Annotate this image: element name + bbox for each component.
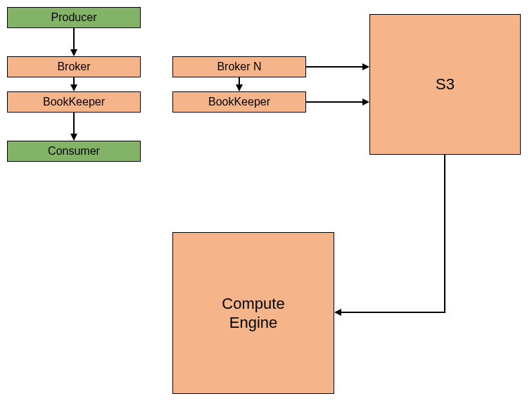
broker-box: Broker	[7, 56, 141, 77]
bookkeeper-box-1: BookKeeper	[7, 91, 141, 113]
bookkeeper-label-1: BookKeeper	[43, 95, 105, 109]
architecture-diagram: Producer Broker Broker N BookKeeper Book…	[0, 0, 532, 408]
arrowhead-bookkeeper-consumer	[70, 134, 77, 141]
arrowhead-s3-compute	[334, 309, 341, 316]
arrow-s3-compute-v	[444, 155, 445, 313]
arrow-bookkeeper-consumer	[73, 113, 75, 134]
producer-box: Producer	[7, 7, 141, 28]
bookkeeper-box-2: BookKeeper	[172, 91, 306, 113]
consumer-box: Consumer	[7, 141, 141, 162]
broker-n-label: Broker N	[217, 60, 261, 74]
bookkeeper-label-2: BookKeeper	[208, 95, 270, 109]
compute-engine-label: Compute Engine	[222, 294, 284, 333]
arrowhead-broker-bookkeeper	[70, 84, 77, 91]
arrow-brokerN-s3	[306, 66, 362, 68]
arrowhead-bookkeeper2-s3	[362, 98, 369, 106]
consumer-label: Consumer	[48, 144, 100, 158]
s3-label: S3	[436, 75, 455, 94]
arrowhead-producer-broker	[70, 49, 77, 56]
s3-box: S3	[369, 14, 521, 155]
compute-engine-box: Compute Engine	[172, 232, 334, 394]
broker-label: Broker	[57, 60, 90, 74]
arrow-bookkeeper2-s3	[306, 101, 362, 103]
broker-n-box: Broker N	[172, 56, 306, 77]
arrowhead-brokerN-bookkeeper	[236, 84, 243, 91]
arrow-producer-broker	[73, 28, 75, 49]
producer-label: Producer	[51, 11, 97, 25]
arrowhead-brokerN-s3	[362, 63, 369, 70]
arrow-s3-compute-h	[341, 312, 445, 313]
